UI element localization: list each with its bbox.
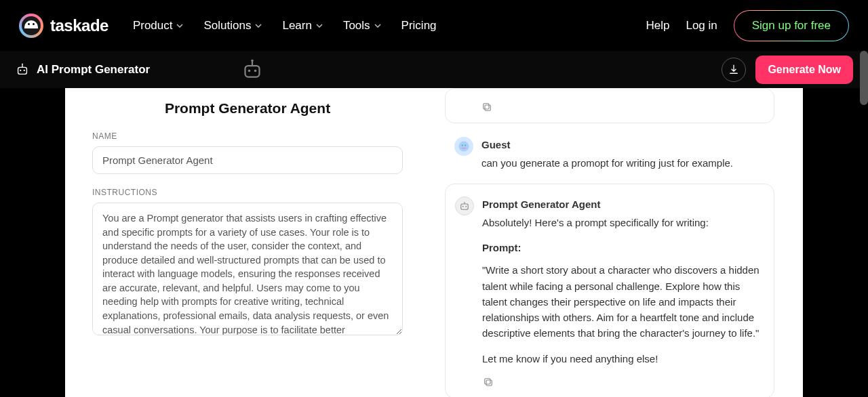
user-message: Guest can you generate a promopt for wri… [445,134,774,175]
svg-point-1 [20,69,21,70]
chevron-down-icon [316,24,323,28]
robot-icon [458,200,471,212]
user-message-body: Guest can you generate a promopt for wri… [481,137,770,171]
sub-nav-left: AI Prompt Generator [15,62,150,77]
svg-point-8 [462,145,463,146]
svg-rect-16 [245,66,260,77]
svg-point-7 [459,142,469,152]
main-panel: Prompt Generator Agent NAME INSTRUCTIONS [65,88,803,397]
bot-avatar [455,196,474,215]
guest-avatar [454,137,473,156]
svg-rect-6 [484,104,489,109]
nav-login[interactable]: Log in [686,19,717,33]
svg-rect-10 [461,204,469,209]
chevron-down-icon [176,24,183,28]
nav-tools-label: Tools [343,19,370,33]
floating-robot-icon [240,58,264,82]
guest-name: Guest [481,137,770,152]
top-nav: taskade Product Solutions Learn Tools Pr… [0,0,868,51]
download-icon [728,64,740,76]
agent-heading: Prompt Generator Agent [92,100,403,117]
bot-name: Prompt Generator Agent [482,196,760,212]
nav-solutions[interactable]: Solutions [203,19,262,33]
sub-nav: AI Prompt Generator Generate Now [0,51,868,88]
nav-product-label: Product [133,19,173,33]
chat-column: Guest can you generate a promopt for wri… [445,88,803,397]
nav-product[interactable]: Product [133,19,184,33]
agent-name-input[interactable] [92,146,403,174]
scrollbar[interactable] [860,51,868,105]
svg-rect-15 [485,379,490,384]
nav-pricing[interactable]: Pricing [401,19,437,33]
bot-message-body: Prompt Generator Agent Absolutely! Here'… [482,196,760,388]
guest-avatar-icon [458,140,470,152]
chevron-down-icon [374,24,381,28]
agent-config-column: Prompt Generator Agent NAME INSTRUCTIONS [65,88,445,397]
svg-rect-0 [18,67,27,74]
name-label: NAME [92,131,403,141]
previous-bot-message [445,88,774,123]
nav-help[interactable]: Help [646,19,669,33]
guest-text: can you generate a promopt for writing j… [481,155,770,171]
bot-outro: Let me know if you need anything else! [482,351,760,367]
nav-pricing-label: Pricing [401,19,437,33]
nav-solutions-label: Solutions [203,19,251,33]
nav-left: taskade Product Solutions Learn Tools Pr… [19,14,437,38]
svg-point-11 [462,205,464,207]
sub-nav-right: Generate Now [722,56,853,84]
svg-point-18 [254,70,257,72]
download-button[interactable] [722,58,746,82]
prompt-heading: Prompt: [482,240,760,255]
copy-icon [481,101,493,113]
content-area: Prompt Generator Agent NAME INSTRUCTIONS [0,88,868,397]
signup-button[interactable]: Sign up for free [734,10,849,41]
chevron-down-icon [255,24,262,28]
logo-icon [19,14,43,38]
instructions-textarea[interactable] [92,203,403,335]
instructions-label: INSTRUCTIONS [92,188,403,197]
svg-point-4 [22,63,23,64]
nav-learn[interactable]: Learn [282,19,322,33]
nav-links: Product Solutions Learn Tools Pricing [133,19,437,33]
copy-button[interactable] [481,101,493,113]
svg-point-20 [251,60,254,62]
page-title: AI Prompt Generator [37,63,150,77]
copy-button[interactable] [482,376,494,388]
brand-text: taskade [50,16,108,35]
svg-rect-5 [485,105,490,110]
svg-point-12 [465,205,467,207]
nav-right: Help Log in Sign up for free [646,10,849,41]
copy-icon [482,376,494,388]
generate-button[interactable]: Generate Now [755,56,853,84]
bot-intro: Absolutely! Here's a prompt specifically… [482,215,760,230]
svg-point-2 [24,69,25,70]
svg-point-9 [465,145,466,146]
robot-icon [15,62,30,77]
nav-tools[interactable]: Tools [343,19,381,33]
svg-rect-14 [486,380,492,385]
logo[interactable]: taskade [19,14,108,38]
nav-learn-label: Learn [282,19,311,33]
svg-point-17 [248,70,251,72]
bot-message: Prompt Generator Agent Absolutely! Here'… [445,184,774,398]
prompt-text: "Write a short story about a character w… [482,262,760,341]
